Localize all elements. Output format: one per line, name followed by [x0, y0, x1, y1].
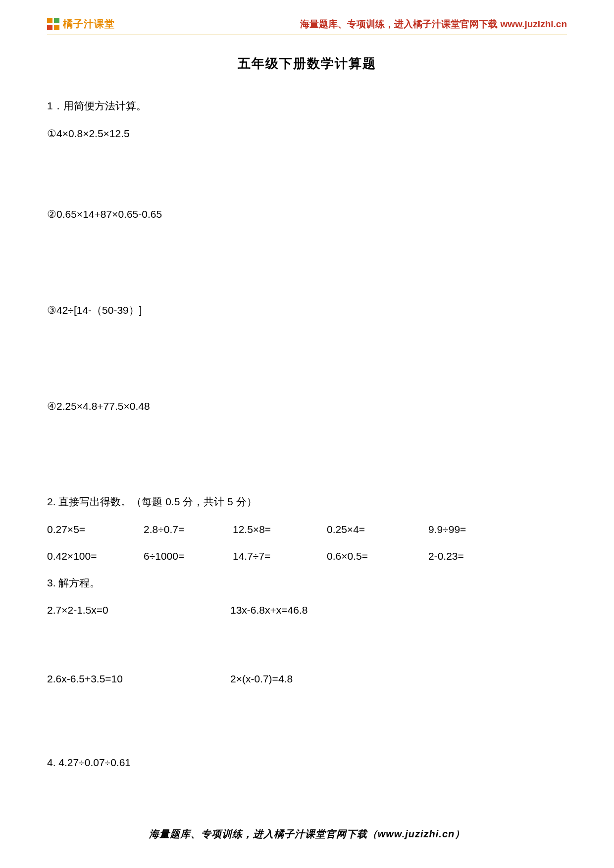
- q3-instruction: 3. 解方程。: [47, 574, 567, 592]
- q1-item-4: ④2.25×4.8+77.5×0.48: [47, 397, 567, 415]
- q2-instruction: 2. 直接写出得数。（每题 0.5 分，共计 5 分）: [47, 493, 567, 511]
- logo-icon: [47, 18, 60, 31]
- q2-cell: 12.5×8=: [233, 521, 327, 538]
- q1-item-1: ①4×0.8×2.5×12.5: [47, 125, 567, 143]
- q2-cell: 9.9÷99=: [428, 521, 508, 538]
- logo-text: 橘子汁课堂: [63, 17, 115, 31]
- q3-cell: 2.6x-6.5+3.5=10: [47, 670, 230, 688]
- q3-row-2: 2.6x-6.5+3.5=10 2×(x-0.7)=4.8: [47, 670, 567, 688]
- q4-instruction: 4. 4.27÷0.07÷0.61: [47, 754, 567, 772]
- content-body: 1．用简便方法计算。 ①4×0.8×2.5×12.5 ②0.65×14+87×0…: [47, 97, 567, 771]
- q3-cell: 13x-6.8x+x=46.8: [230, 601, 404, 619]
- q2-cell: 0.25×4=: [327, 521, 428, 538]
- q2-cell: 0.27×5=: [47, 521, 144, 538]
- q3-cell: 2.7×2-1.5x=0: [47, 601, 230, 619]
- svg-rect-1: [54, 18, 59, 23]
- q2-cell: 0.6×0.5=: [327, 547, 428, 565]
- page-title: 五年级下册数学计算题: [47, 55, 567, 72]
- header-url: www.juzizhi.cn: [501, 19, 567, 29]
- q2-cell: 2.8÷0.7=: [144, 521, 233, 538]
- q2-row-1: 0.27×5= 2.8÷0.7= 12.5×8= 0.25×4= 9.9÷99=: [47, 521, 567, 538]
- q2-cell: 0.42×100=: [47, 547, 144, 565]
- q3-row-1: 2.7×2-1.5x=0 13x-6.8x+x=46.8: [47, 601, 567, 619]
- svg-rect-3: [54, 25, 59, 30]
- logo: 橘子汁课堂: [47, 17, 115, 31]
- svg-rect-2: [47, 25, 52, 30]
- q2-cell: 14.7÷7=: [233, 547, 327, 565]
- q1-instruction: 1．用简便方法计算。: [47, 97, 567, 115]
- svg-rect-0: [47, 18, 52, 23]
- header-tagline-text: 海量题库、专项训练，进入橘子汁课堂官网下载: [300, 19, 500, 29]
- page-header: 橘子汁课堂 海量题库、专项训练，进入橘子汁课堂官网下载 www.juzizhi.…: [47, 17, 567, 35]
- page-footer: 海量题库、专项训练，进入橘子汁课堂官网下载（www.juzizhi.cn）: [0, 827, 614, 841]
- header-tagline: 海量题库、专项训练，进入橘子汁课堂官网下载 www.juzizhi.cn: [300, 18, 567, 31]
- q2-cell: 6÷1000=: [144, 547, 233, 565]
- q3-cell: 2×(x-0.7)=4.8: [230, 670, 404, 688]
- q1-item-3: ③42÷[14-（50-39）]: [47, 301, 567, 319]
- q2-cell: 2-0.23=: [428, 547, 508, 565]
- q2-row-2: 0.42×100= 6÷1000= 14.7÷7= 0.6×0.5= 2-0.2…: [47, 547, 567, 565]
- q1-item-2: ②0.65×14+87×0.65-0.65: [47, 205, 567, 223]
